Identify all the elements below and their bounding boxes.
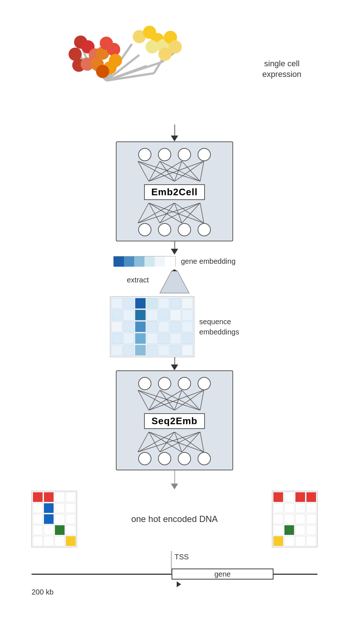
dna-cell — [66, 525, 76, 535]
dna-cell — [33, 492, 43, 502]
seq-cell — [182, 321, 193, 332]
svg-line-48 — [149, 203, 160, 223]
svg-line-66 — [160, 390, 200, 410]
connector-line — [174, 125, 175, 136]
seq-cell — [135, 310, 146, 321]
dna-cell — [55, 492, 65, 502]
seq-cell — [182, 310, 193, 321]
arrow-head — [171, 364, 178, 370]
nn-node — [158, 452, 171, 465]
dna-cell — [306, 503, 316, 513]
dna-cell — [295, 503, 305, 513]
svg-line-56 — [160, 203, 200, 223]
gene-box: gene — [172, 569, 273, 580]
svg-line-54 — [174, 203, 204, 223]
svg-line-64 — [149, 390, 160, 410]
seq-cell — [111, 321, 122, 332]
seq-cell — [147, 310, 158, 321]
gene-emb-cell-3 — [134, 256, 144, 267]
dna-cell — [284, 525, 294, 535]
bottom-nodes-row — [138, 452, 211, 465]
dna-cell — [55, 503, 65, 513]
svg-line-40 — [160, 161, 200, 181]
seq-cell — [135, 321, 146, 332]
connector-line — [174, 241, 175, 249]
seq-cell — [111, 310, 122, 321]
nn-node — [138, 148, 151, 161]
seq-cell — [170, 321, 181, 332]
nn-node — [178, 452, 191, 465]
arrow-scatter-to-emb2cell — [171, 125, 178, 141]
nn-node — [178, 377, 191, 390]
tss-label: TSS — [174, 553, 189, 561]
bottom-nodes-row — [138, 223, 211, 236]
seq-cell — [111, 345, 122, 356]
seq-cell — [158, 333, 169, 344]
dna-grid-right — [272, 491, 317, 547]
seq-cell — [135, 333, 146, 344]
dna-grid-left — [32, 491, 77, 547]
nn-node — [138, 452, 151, 465]
gene-track-section: TSS gene 200 kb — [32, 551, 317, 599]
svg-line-44 — [149, 161, 204, 181]
seq-cell — [135, 298, 146, 309]
dna-cell — [33, 536, 43, 546]
arrow-seq2emb-to-dna — [171, 470, 178, 489]
gene-embedding-row: gene embedding — [113, 256, 235, 266]
seq-cell — [182, 298, 193, 309]
nn-node — [198, 377, 211, 390]
dna-cell — [295, 525, 305, 535]
dna-cell — [44, 525, 54, 535]
nn-node — [178, 223, 191, 236]
gene-emb-cell-5 — [155, 256, 165, 267]
seq-cell — [147, 333, 158, 344]
gene-emb-cell-4 — [144, 256, 155, 267]
dna-cell — [66, 536, 76, 546]
dna-cell — [55, 514, 65, 524]
nn-node — [198, 148, 211, 161]
nn-node — [158, 377, 171, 390]
connector-line — [174, 470, 175, 484]
svg-point-23 — [107, 43, 120, 56]
gene-direction-arrow — [177, 581, 181, 587]
svg-point-34 — [158, 48, 172, 61]
scatter-section: single cell expression — [0, 0, 349, 125]
gene-line-left — [32, 574, 172, 575]
svg-line-80 — [174, 432, 204, 452]
nn-node — [178, 148, 191, 161]
nn-connections-bottom — [127, 203, 222, 223]
dna-cell — [44, 503, 54, 513]
svg-line-84 — [200, 432, 204, 452]
extract-label: extract — [127, 276, 149, 284]
gene-emb-cell-2 — [124, 256, 134, 267]
nn-connections-top — [127, 161, 222, 181]
seq-cell — [147, 298, 158, 309]
arrow-seq-emb-to-seq2emb — [171, 357, 178, 370]
extract-section: extract — [116, 269, 233, 295]
dna-cell — [273, 514, 283, 524]
dna-cell — [306, 536, 316, 546]
dna-cell — [306, 525, 316, 535]
sequence-embeddings-row: sequence embeddings — [110, 296, 239, 357]
dna-section: one hot encoded DNA — [32, 491, 317, 547]
dna-cell — [273, 536, 283, 546]
svg-marker-59 — [160, 271, 189, 293]
seq-cell — [158, 321, 169, 332]
seq-cell — [147, 321, 158, 332]
svg-marker-60 — [172, 269, 177, 271]
arrow-head — [171, 484, 178, 489]
dna-cell — [295, 514, 305, 524]
svg-line-82 — [160, 432, 200, 452]
dna-cell — [306, 492, 316, 502]
sequence-embeddings-grid — [110, 296, 194, 357]
dna-label: one hot encoded DNA — [77, 514, 272, 524]
seq-cell — [170, 333, 181, 344]
dna-cell — [273, 503, 283, 513]
seq-cell — [123, 345, 134, 356]
seq-cell — [135, 345, 146, 356]
svg-line-72 — [200, 390, 204, 410]
dna-cell — [66, 514, 76, 524]
seq-cell — [170, 310, 181, 321]
dna-cell — [44, 492, 54, 502]
kb-label: 200 kb — [32, 588, 54, 596]
